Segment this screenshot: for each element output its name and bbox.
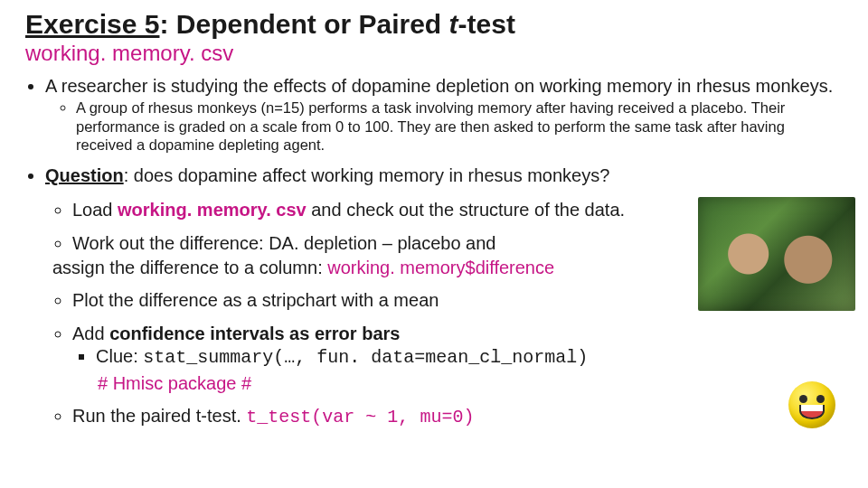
slide-subtitle: working. memory. csv (25, 41, 843, 66)
intro-bullet: A researcher is studying the effects of … (45, 75, 843, 154)
subtitle-filename: working. memory. csv (25, 41, 233, 65)
step-ci-a: Add (72, 324, 109, 343)
intro-sub-bullet: A group of rhesus monkeys (n=15) perform… (76, 99, 843, 153)
clue-label: Clue: (96, 346, 143, 366)
step-ci-clue: Clue: stat_summary(…, fun. data=mean_cl_… (96, 345, 843, 369)
hmisc-note: # Hmisc package # (98, 373, 251, 393)
step-run-b: -test. (201, 406, 246, 426)
step-diff-b: assign the difference to a column: (52, 258, 327, 277)
step-load-b: and check out the structure of the data. (307, 200, 625, 220)
monkeys-image (698, 197, 855, 311)
intro-text: A researcher is studying the effects of … (45, 76, 833, 96)
slide: Exercise 5: Dependent or Paired t-test w… (0, 0, 868, 488)
question-text: : does dopamine affect working memory in… (124, 165, 610, 185)
step-load-filename: working. memory. csv (118, 200, 307, 220)
step-run-a: Run the paired (72, 406, 196, 426)
grimace-emoji-icon (788, 381, 835, 428)
title-suffix: -test (458, 9, 515, 39)
clue-code: stat_summary(…, fun. data=mean_cl_normal… (143, 347, 588, 368)
step-diff-a: Work out the difference: DA. depletion –… (72, 233, 495, 253)
intro-list: A researcher is studying the effects of … (25, 75, 843, 154)
title-continuation: : Dependent or Paired (159, 9, 448, 39)
title-italic-t: t (449, 9, 458, 39)
step-run: Run the paired t-test. t_test(var ~ 1, m… (72, 405, 843, 428)
exercise-label: Exercise 5 (25, 9, 159, 39)
slide-title: Exercise 5: Dependent or Paired t-test (25, 9, 843, 39)
step-run-code: t_test(var ~ 1, mu=0) (246, 407, 474, 427)
question-label: Question (45, 165, 124, 185)
step-ci: Add confidence intervals as error bars C… (72, 323, 843, 394)
step-diff-column: working. memory$difference (327, 258, 554, 277)
step-load-a: Load (72, 200, 118, 220)
step-ci-hmisc: # Hmisc package # (76, 372, 843, 394)
step-ci-bold: confidence intervals as error bars (109, 324, 400, 343)
